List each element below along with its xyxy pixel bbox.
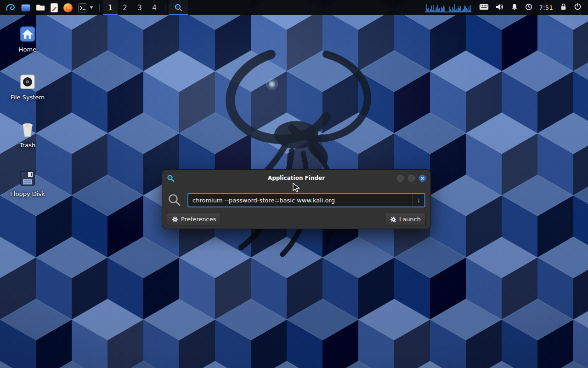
- command-input-wrap: ↓: [188, 193, 425, 207]
- application-finder-icon: [167, 174, 175, 182]
- desktop-icon-label: File System: [11, 94, 45, 101]
- panel-separator: [99, 4, 100, 12]
- home-icon: [19, 26, 36, 42]
- desktop-icon-label: Floppy Disk: [10, 191, 45, 197]
- desktop: 1 2 3 4: [0, 0, 588, 368]
- gear-icon: [172, 216, 178, 223]
- titlebar[interactable]: Application Finder ×: [162, 170, 430, 186]
- search-icon: [168, 193, 181, 207]
- close-button[interactable]: ×: [419, 175, 426, 182]
- search-icon: [174, 3, 183, 12]
- workspace-button-4[interactable]: 4: [147, 0, 162, 15]
- file-manager-icon: [21, 4, 30, 12]
- trash-icon: [20, 121, 35, 138]
- keyboard-indicator[interactable]: [479, 3, 489, 12]
- window-controls: ×: [397, 175, 426, 182]
- window-title: Application Finder: [162, 175, 430, 181]
- desktop-icon-file-system[interactable]: File System: [6, 74, 50, 101]
- launch-button[interactable]: Launch: [385, 213, 426, 225]
- speaker-icon: [496, 3, 504, 11]
- workspace-button-3[interactable]: 3: [132, 0, 147, 15]
- taskbar-application-finder[interactable]: [169, 0, 188, 15]
- minimize-button[interactable]: [397, 175, 404, 182]
- folder-icon: [36, 4, 45, 12]
- launcher-file-manager[interactable]: [18, 0, 33, 15]
- launcher-files[interactable]: [33, 0, 48, 15]
- lock-screen-button[interactable]: [560, 3, 567, 12]
- desktop-icon-trash[interactable]: Trash: [6, 121, 50, 149]
- bell-icon: [511, 3, 518, 11]
- clock[interactable]: 7:51: [539, 4, 553, 11]
- search-row: ↓: [162, 193, 430, 207]
- application-finder-window: Application Finder × ↓: [162, 169, 431, 229]
- history-dropdown-button[interactable]: ↓: [413, 194, 424, 207]
- desktop-icon-home[interactable]: Home: [6, 26, 50, 53]
- floppy-disk-icon: [19, 170, 36, 187]
- preferences-button[interactable]: Preferences: [167, 213, 221, 225]
- status-tray-button[interactable]: [525, 3, 532, 12]
- launch-icon: [390, 216, 396, 223]
- terminal-icon: [78, 3, 87, 12]
- workspace-button-2[interactable]: 2: [118, 0, 132, 15]
- lock-icon: [560, 3, 567, 11]
- applications-menu-button[interactable]: [2, 0, 18, 15]
- kali-logo-icon: [5, 2, 16, 13]
- text-editor-icon: [51, 3, 58, 12]
- launcher-terminal[interactable]: [75, 0, 96, 15]
- panel-tray: 7:51: [425, 3, 586, 12]
- desktop-icon-label: Home: [19, 46, 36, 53]
- file-system-icon: [19, 74, 36, 90]
- keyboard-icon: [479, 4, 489, 10]
- launch-label: Launch: [399, 216, 421, 223]
- desktop-icon-floppy-disk[interactable]: Floppy Disk: [6, 170, 50, 197]
- power-button[interactable]: [574, 3, 582, 12]
- workspace-button-1[interactable]: 1: [103, 0, 118, 15]
- notifications-button[interactable]: [511, 3, 518, 12]
- launcher-text-editor[interactable]: [48, 0, 61, 15]
- desktop-icon-label: Trash: [20, 142, 35, 149]
- dialog-buttons-row: Preferences Launch: [162, 213, 430, 225]
- power-icon: [574, 3, 582, 11]
- preferences-label: Preferences: [181, 216, 216, 223]
- chevron-down-icon: [90, 6, 93, 9]
- maximize-button[interactable]: [408, 175, 415, 182]
- tray-status-icon: [525, 3, 532, 11]
- firefox-icon: [63, 3, 73, 12]
- top-panel: 1 2 3 4: [0, 0, 588, 15]
- system-load-graph[interactable]: [425, 3, 472, 12]
- panel-separator: [165, 4, 165, 12]
- volume-button[interactable]: [496, 3, 504, 12]
- launcher-firefox[interactable]: [61, 0, 75, 15]
- command-input[interactable]: [188, 193, 425, 207]
